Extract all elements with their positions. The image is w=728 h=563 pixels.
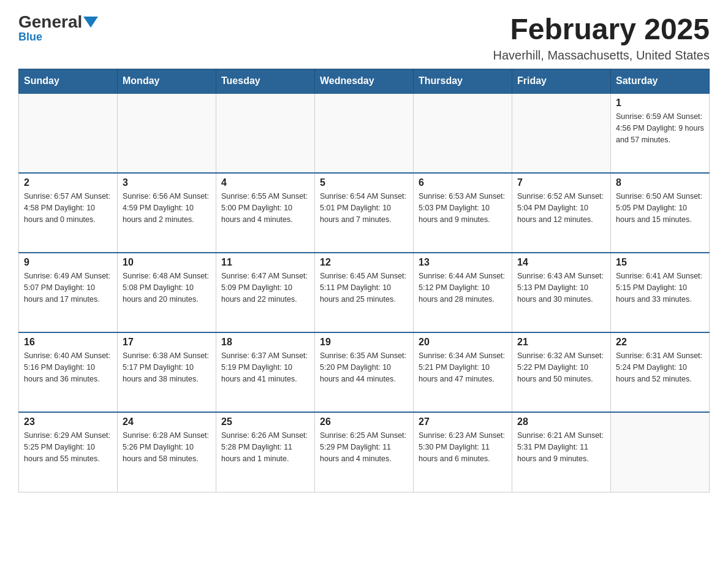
calendar-cell: 3Sunrise: 6:56 AM Sunset: 4:59 PM Daylig… (118, 173, 216, 253)
weekday-header-tuesday: Tuesday (216, 69, 315, 94)
day-info: Sunrise: 6:28 AM Sunset: 5:26 PM Dayligh… (123, 430, 211, 464)
calendar-cell: 8Sunrise: 6:50 AM Sunset: 5:05 PM Daylig… (611, 173, 710, 253)
calendar-cell (216, 93, 315, 173)
calendar-table: SundayMondayTuesdayWednesdayThursdayFrid… (18, 69, 710, 492)
day-number: 28 (517, 416, 605, 427)
weekday-header-saturday: Saturday (611, 69, 710, 94)
day-info: Sunrise: 6:57 AM Sunset: 4:58 PM Dayligh… (24, 191, 112, 225)
day-number: 8 (616, 177, 704, 188)
day-number: 15 (616, 257, 704, 268)
day-info: Sunrise: 6:35 AM Sunset: 5:20 PM Dayligh… (320, 350, 408, 385)
calendar-cell: 23Sunrise: 6:29 AM Sunset: 5:25 PM Dayli… (19, 412, 118, 492)
weekday-header-wednesday: Wednesday (315, 69, 414, 94)
calendar-cell: 12Sunrise: 6:45 AM Sunset: 5:11 PM Dayli… (315, 253, 414, 332)
weekday-header-monday: Monday (118, 69, 216, 94)
day-number: 6 (419, 177, 507, 188)
calendar-cell: 10Sunrise: 6:48 AM Sunset: 5:08 PM Dayli… (118, 253, 216, 332)
day-number: 12 (320, 257, 408, 268)
day-number: 27 (419, 416, 507, 427)
day-info: Sunrise: 6:25 AM Sunset: 5:29 PM Dayligh… (320, 430, 408, 464)
calendar-cell: 28Sunrise: 6:21 AM Sunset: 5:31 PM Dayli… (512, 412, 611, 492)
calendar-cell: 26Sunrise: 6:25 AM Sunset: 5:29 PM Dayli… (315, 412, 414, 492)
day-number: 26 (320, 416, 408, 427)
day-info: Sunrise: 6:41 AM Sunset: 5:15 PM Dayligh… (616, 270, 704, 305)
week-row-2: 2Sunrise: 6:57 AM Sunset: 4:58 PM Daylig… (19, 173, 710, 253)
day-number: 2 (24, 177, 112, 188)
day-info: Sunrise: 6:50 AM Sunset: 5:05 PM Dayligh… (616, 191, 704, 225)
weekday-header-sunday: Sunday (19, 69, 118, 94)
calendar-cell: 22Sunrise: 6:31 AM Sunset: 5:24 PM Dayli… (611, 332, 710, 412)
calendar-cell: 13Sunrise: 6:44 AM Sunset: 5:12 PM Dayli… (414, 253, 512, 332)
day-info: Sunrise: 6:43 AM Sunset: 5:13 PM Dayligh… (517, 270, 605, 305)
day-info: Sunrise: 6:56 AM Sunset: 4:59 PM Dayligh… (123, 191, 211, 225)
logo: General Blue (18, 12, 99, 44)
calendar-cell (414, 93, 512, 173)
day-number: 5 (320, 177, 408, 188)
day-number: 4 (221, 177, 309, 188)
calendar-cell: 6Sunrise: 6:53 AM Sunset: 5:03 PM Daylig… (414, 173, 512, 253)
calendar-cell: 1Sunrise: 6:59 AM Sunset: 4:56 PM Daylig… (611, 93, 710, 173)
week-row-4: 16Sunrise: 6:40 AM Sunset: 5:16 PM Dayli… (19, 332, 710, 412)
calendar-cell (512, 93, 611, 173)
day-info: Sunrise: 6:21 AM Sunset: 5:31 PM Dayligh… (517, 430, 605, 464)
calendar-cell: 19Sunrise: 6:35 AM Sunset: 5:20 PM Dayli… (315, 332, 414, 412)
day-number: 19 (320, 337, 408, 348)
day-number: 13 (419, 257, 507, 268)
week-row-1: 1Sunrise: 6:59 AM Sunset: 4:56 PM Daylig… (19, 93, 710, 173)
calendar-cell: 14Sunrise: 6:43 AM Sunset: 5:13 PM Dayli… (512, 253, 611, 332)
day-number: 24 (123, 416, 211, 427)
weekday-header-row: SundayMondayTuesdayWednesdayThursdayFrid… (19, 69, 710, 94)
day-info: Sunrise: 6:34 AM Sunset: 5:21 PM Dayligh… (419, 350, 507, 385)
day-number: 9 (24, 257, 112, 268)
weekday-header-thursday: Thursday (414, 69, 512, 94)
calendar-cell: 7Sunrise: 6:52 AM Sunset: 5:04 PM Daylig… (512, 173, 611, 253)
week-row-3: 9Sunrise: 6:49 AM Sunset: 5:07 PM Daylig… (19, 253, 710, 332)
day-info: Sunrise: 6:48 AM Sunset: 5:08 PM Dayligh… (123, 270, 211, 305)
calendar-cell: 20Sunrise: 6:34 AM Sunset: 5:21 PM Dayli… (414, 332, 512, 412)
day-info: Sunrise: 6:59 AM Sunset: 4:56 PM Dayligh… (616, 111, 704, 145)
calendar-cell: 24Sunrise: 6:28 AM Sunset: 5:26 PM Dayli… (118, 412, 216, 492)
day-info: Sunrise: 6:47 AM Sunset: 5:09 PM Dayligh… (221, 270, 309, 305)
day-number: 20 (419, 337, 507, 348)
day-info: Sunrise: 6:23 AM Sunset: 5:30 PM Dayligh… (419, 430, 507, 464)
day-number: 22 (616, 337, 704, 348)
day-number: 23 (24, 416, 112, 427)
day-info: Sunrise: 6:52 AM Sunset: 5:04 PM Dayligh… (517, 191, 605, 225)
day-info: Sunrise: 6:55 AM Sunset: 5:00 PM Dayligh… (221, 191, 309, 225)
page-header: General Blue February 2025 Haverhill, Ma… (18, 12, 710, 63)
day-info: Sunrise: 6:54 AM Sunset: 5:01 PM Dayligh… (320, 191, 408, 225)
calendar-cell: 16Sunrise: 6:40 AM Sunset: 5:16 PM Dayli… (19, 332, 118, 412)
day-number: 3 (123, 177, 211, 188)
calendar-cell: 2Sunrise: 6:57 AM Sunset: 4:58 PM Daylig… (19, 173, 118, 253)
calendar-cell: 27Sunrise: 6:23 AM Sunset: 5:30 PM Dayli… (414, 412, 512, 492)
day-number: 25 (221, 416, 309, 427)
day-info: Sunrise: 6:38 AM Sunset: 5:17 PM Dayligh… (123, 350, 211, 385)
calendar-cell: 18Sunrise: 6:37 AM Sunset: 5:19 PM Dayli… (216, 332, 315, 412)
day-info: Sunrise: 6:26 AM Sunset: 5:28 PM Dayligh… (221, 430, 309, 464)
day-number: 18 (221, 337, 309, 348)
calendar-subtitle: Haverhill, Massachusetts, United States (493, 48, 710, 63)
day-number: 14 (517, 257, 605, 268)
day-number: 1 (616, 98, 704, 109)
day-info: Sunrise: 6:40 AM Sunset: 5:16 PM Dayligh… (24, 350, 112, 385)
day-info: Sunrise: 6:37 AM Sunset: 5:19 PM Dayligh… (221, 350, 309, 385)
calendar-cell (315, 93, 414, 173)
day-info: Sunrise: 6:45 AM Sunset: 5:11 PM Dayligh… (320, 270, 408, 305)
logo-general: General (18, 12, 82, 32)
calendar-cell: 25Sunrise: 6:26 AM Sunset: 5:28 PM Dayli… (216, 412, 315, 492)
day-info: Sunrise: 6:53 AM Sunset: 5:03 PM Dayligh… (419, 191, 507, 225)
day-info: Sunrise: 6:29 AM Sunset: 5:25 PM Dayligh… (24, 430, 112, 464)
calendar-cell: 5Sunrise: 6:54 AM Sunset: 5:01 PM Daylig… (315, 173, 414, 253)
calendar-cell (118, 93, 216, 173)
calendar-cell: 11Sunrise: 6:47 AM Sunset: 5:09 PM Dayli… (216, 253, 315, 332)
calendar-cell (19, 93, 118, 173)
day-info: Sunrise: 6:49 AM Sunset: 5:07 PM Dayligh… (24, 270, 112, 305)
calendar-cell: 17Sunrise: 6:38 AM Sunset: 5:17 PM Dayli… (118, 332, 216, 412)
calendar-cell: 21Sunrise: 6:32 AM Sunset: 5:22 PM Dayli… (512, 332, 611, 412)
day-number: 10 (123, 257, 211, 268)
title-block: February 2025 Haverhill, Massachusetts, … (493, 12, 710, 63)
weekday-header-friday: Friday (512, 69, 611, 94)
day-number: 21 (517, 337, 605, 348)
day-info: Sunrise: 6:31 AM Sunset: 5:24 PM Dayligh… (616, 350, 704, 385)
day-number: 17 (123, 337, 211, 348)
